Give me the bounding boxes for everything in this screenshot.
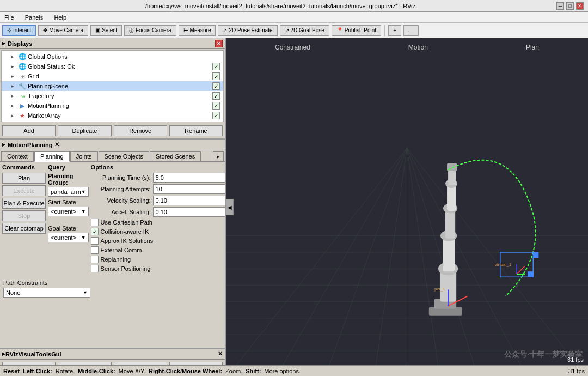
displays-header: ▸ Displays ✕ (0, 38, 225, 49)
execute-button[interactable]: Execute (2, 185, 46, 196)
planning-time-input[interactable] (153, 173, 225, 183)
clear-octomap-button[interactable]: Clear octomap (2, 223, 46, 234)
menu-file[interactable]: File (2, 14, 16, 21)
accel-scaling-input[interactable] (153, 207, 225, 217)
minimize-button[interactable]: ─ (556, 2, 564, 10)
menu-panels[interactable]: Panels (23, 14, 46, 21)
collision-aware-checkbox[interactable]: ✓ (91, 228, 99, 235)
displays-section: ▸ Displays ✕ ▸ 🌐 Global Options ▸ 🌐 Glob (0, 38, 225, 140)
global-options-label: Global Options (28, 53, 222, 60)
query-title: Query (48, 164, 89, 171)
path-constraints-dropdown[interactable]: None ▼ (3, 288, 90, 298)
close-button[interactable]: ✕ (576, 2, 584, 10)
external-comm-checkbox[interactable] (91, 246, 99, 254)
mp-tabs: Context Planning Joints Scene Objects St… (0, 150, 225, 162)
global-status-label: Global Status: Ok (28, 63, 212, 70)
left-click-action: Rotate. (56, 368, 75, 374)
2d-pose-estimate-button[interactable]: ↗ 2D Pose Estimate (218, 25, 277, 36)
tree-row-global-status[interactable]: ▸ 🌐 Global Status: Ok ✓ (2, 62, 223, 71)
move-icon: ✥ (43, 27, 47, 33)
path-constraints-section: Path Constraints None ▼ (2, 278, 223, 299)
velocity-scaling-input[interactable] (153, 196, 225, 205)
grid-checkbox[interactable]: ✓ (212, 72, 220, 80)
expand-arrow: ▸ (2, 40, 5, 47)
planning-scene-label: PlanningScene (28, 83, 212, 89)
menu-help[interactable]: Help (52, 14, 69, 21)
tab-scene-objects[interactable]: Scene Objects (99, 151, 150, 161)
view-3d[interactable]: pzt_1 virtual_1 Constrained Motion Plan … (226, 38, 588, 376)
displays-tree: ▸ 🌐 Global Options ▸ 🌐 Global Status: Ok… (1, 50, 224, 122)
mp-close-button[interactable]: ✕ (54, 141, 59, 148)
select-button[interactable]: ▣ Select (90, 25, 122, 36)
planning-scene-checkbox[interactable]: ✓ (212, 82, 220, 90)
window-controls: ─ □ ✕ (556, 2, 584, 10)
tab-planning[interactable]: Planning (34, 151, 70, 162)
stop-button[interactable]: Stop (2, 210, 46, 221)
displays-close-button[interactable]: ✕ (215, 40, 223, 47)
plan-execute-button[interactable]: Plan & Execute (2, 198, 46, 209)
svg-text:pzt_1: pzt_1 (434, 287, 445, 292)
right-click-label: Right-Click/Mouse Wheel: (149, 368, 222, 374)
remove-display-button[interactable]: Remove (114, 125, 167, 136)
tree-row-grid[interactable]: ▸ ⊞ Grid ✓ (2, 71, 223, 81)
interact-button[interactable]: ⊹ Interact (2, 25, 36, 36)
marker-array-checkbox[interactable]: ✓ (212, 112, 220, 119)
tree-row-marker-array[interactable]: ▸ ★ MarkerArray ✓ (2, 111, 223, 120)
focus-camera-button[interactable]: ◎ Focus Camera (124, 25, 176, 36)
motion-planning-checkbox[interactable]: ✓ (212, 102, 220, 110)
trajectory-checkbox[interactable]: ✓ (212, 92, 220, 100)
tree-row-planning-scene[interactable]: ▸ 🔧 PlanningScene ✓ (2, 81, 223, 91)
measure-button[interactable]: ⊢ Measure (179, 25, 216, 36)
rviz-tools-close-button[interactable]: ✕ (218, 350, 223, 357)
minus-button[interactable]: — (403, 25, 419, 36)
use-cartesian-checkbox[interactable] (91, 219, 99, 226)
rename-display-button[interactable]: Rename (169, 125, 223, 136)
approx-ik-checkbox[interactable] (91, 237, 99, 245)
reset-button[interactable]: Reset (3, 368, 20, 374)
goal-icon: ↗ (285, 27, 289, 33)
collision-aware-row: ✓ Collision-aware IK (91, 228, 225, 235)
global-status-checkbox[interactable]: ✓ (212, 63, 220, 70)
plan-button[interactable]: Plan (2, 173, 46, 184)
tab-joints[interactable]: Joints (70, 151, 98, 161)
tree-row-trajectory[interactable]: ▸ ↝ Trajectory ✓ (2, 91, 223, 101)
tree-row-motion-planning[interactable]: ▸ ▶ MotionPlanning ✓ (2, 101, 223, 111)
goal-state-dropdown[interactable]: <current> ▼ (48, 233, 89, 242)
commands-title: Commands (2, 164, 46, 171)
2d-goal-pose-button[interactable]: ↗ 2D Goal Pose (280, 25, 329, 36)
publish-point-button[interactable]: 📍 Publish Point (332, 25, 381, 36)
toolbar-sep (384, 25, 385, 36)
planning-group-value: panda_arm (51, 189, 81, 195)
path-constraints-title: Path Constraints (3, 280, 222, 286)
right-click-action: Zoom. (225, 368, 242, 374)
replanning-checkbox[interactable] (91, 256, 99, 263)
collision-aware-label: Collision-aware IK (101, 228, 149, 235)
planning-group-dropdown[interactable]: panda_arm ▼ (48, 187, 89, 197)
globe-icon: 🌐 (18, 53, 27, 60)
accel-scaling-label: Accel. Scaling: (91, 209, 151, 215)
move-camera-button[interactable]: ✥ Move Camera (38, 25, 88, 36)
velocity-scaling-spinner: ▲ ▼ (153, 196, 225, 205)
planning-attempts-input[interactable] (153, 184, 225, 194)
maximize-button[interactable]: □ (566, 2, 574, 10)
use-cartesian-label: Use Cartesian Path (101, 219, 152, 226)
sensor-positioning-checkbox[interactable] (91, 265, 99, 272)
duplicate-display-button[interactable]: Duplicate (58, 125, 111, 136)
plus-button[interactable]: + (388, 25, 401, 36)
left-panel: ▸ Displays ✕ ▸ 🌐 Global Options ▸ 🌐 Glob (0, 38, 226, 376)
options-title: Options (91, 164, 225, 171)
tab-context[interactable]: Context (1, 151, 34, 161)
mp-expand-arrow: ▸ (2, 141, 5, 148)
panel-expand-button[interactable]: ◀ (226, 199, 234, 215)
displays-buttons: Add Duplicate Remove Rename (0, 123, 225, 138)
accel-scaling-spinner: ▲ ▼ (153, 207, 225, 217)
start-state-dropdown[interactable]: <current> ▼ (48, 207, 89, 216)
tree-row-global-options[interactable]: ▸ 🌐 Global Options (2, 52, 223, 62)
tab-stored-scenes[interactable]: Stored Scenes (150, 151, 201, 161)
svg-rect-33 (533, 252, 538, 258)
mp-content: Commands Plan Execute Plan & Execute Sto… (0, 162, 225, 348)
tab-more-button[interactable]: ▸ (213, 151, 224, 161)
external-comm-label: External Comm. (101, 247, 144, 253)
svg-rect-34 (528, 271, 533, 277)
add-display-button[interactable]: Add (2, 125, 56, 136)
